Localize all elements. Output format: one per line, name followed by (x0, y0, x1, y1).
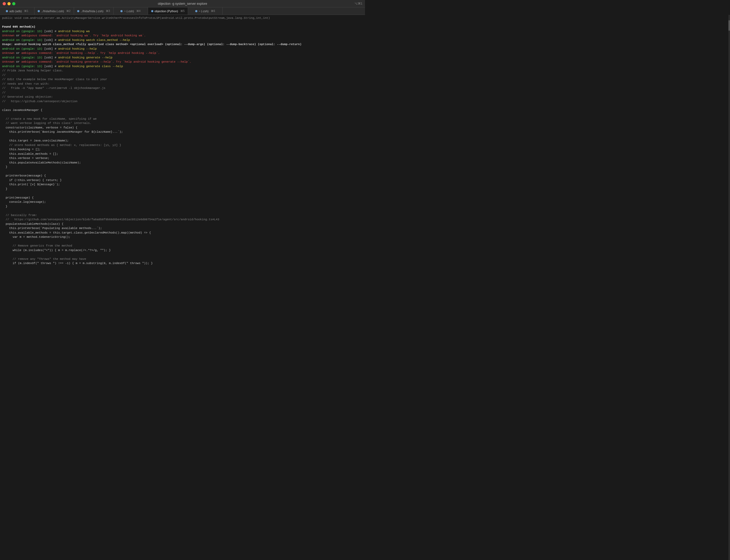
code-comment-3: // Edit the example below the HookManage… (2, 77, 363, 82)
title-bar: objection -g system_server explore ⌥⌘1 (0, 0, 365, 7)
code-blank-6 (2, 209, 363, 213)
tab-shortcut-4: ⌘4 (136, 10, 141, 12)
code-populate-2: this.printVerbose(`Populating available … (2, 226, 363, 231)
code-blank-5 (2, 191, 363, 196)
code-populate-1: populateAvailableMethods(clazz) { (2, 222, 363, 226)
code-comment-2: // (2, 73, 363, 77)
code-comment-14: // Remove generics from the method (2, 244, 363, 248)
code-printverbose-close: } (2, 187, 363, 191)
path-line: public void com.android.server.am.Activi… (2, 16, 363, 20)
window-title: objection -g system_server explore (158, 2, 207, 6)
code-print-2: console.log(message); (2, 200, 363, 204)
error-line-3: Unknown or ambiguous command: `android h… (2, 60, 363, 64)
code-blank-2 (2, 112, 363, 117)
tab-label-4: ~ (-zsh) (124, 10, 134, 13)
code-comment-15: // remove any "Throws" the method may ha… (2, 257, 363, 261)
code-blank-8 (2, 252, 363, 257)
tab-dot-1 (6, 10, 8, 12)
maximize-button[interactable] (12, 2, 15, 5)
cmd-line-4: android on (google: 13) [usb] # android … (2, 55, 363, 60)
tab-shortcut-3: ⌘3 (106, 10, 110, 12)
tab-label-6: ~ (-zsh) (199, 10, 209, 13)
code-comment-4: // needs and then run with: (2, 82, 363, 86)
code-constructor-close: } (2, 165, 363, 169)
code-blank-7 (2, 239, 363, 244)
code-blank-4 (2, 169, 363, 174)
close-button[interactable] (3, 2, 6, 5)
code-comment-9: // create a new Hook for clazzName, spec… (2, 117, 363, 121)
tab-label-2: ../frida/frida (-zsh) (41, 10, 64, 13)
code-constructor-1: constructor(clazzName, verbose = false) … (2, 126, 363, 130)
traffic-lights (3, 2, 15, 5)
code-printverbose-1: printVerbose(message) { (2, 174, 363, 178)
tab-label-3: ../frida/frida (-zsh) (81, 10, 103, 13)
tab-dot-6 (195, 10, 197, 12)
code-constructor-3: this.target = Java.use(clazzName); (2, 139, 363, 143)
code-comment-12: // basically from: (2, 213, 363, 218)
tab-dot-4 (120, 10, 123, 12)
tab-frida-2[interactable]: ../frida/frida (-zsh) ⌘3 (74, 7, 114, 15)
code-blank-3 (2, 134, 363, 139)
keyboard-hint: ⌥⌘1 (355, 2, 363, 5)
code-populate-3: this.available_methods = this.target.cla… (2, 231, 363, 235)
code-class-decl: class JavaHookManager { (2, 108, 363, 113)
tab-dot-2 (38, 10, 40, 12)
tab-shortcut-1: ⌘1 (24, 10, 28, 12)
code-constructor-6: this.verbose = verbose; (2, 156, 363, 161)
minimize-button[interactable] (7, 2, 11, 5)
code-populate-4: var m = method.toGenericString(); (2, 235, 363, 239)
error-line-1: Unknown or ambiguous command: `android h… (2, 33, 363, 38)
code-print-close: } (2, 204, 363, 209)
tab-label-5: objection (Python) (155, 10, 178, 13)
cmd-line-1: android on (google: 13) [usb] # android … (2, 29, 363, 34)
blank-1 (2, 20, 363, 25)
code-constructor-2: this.printVerbose(`Booting JavaHookManag… (2, 130, 363, 134)
code-comment-1: // Frida Java hooking helper class. (2, 68, 363, 73)
tab-objection[interactable]: objection (Python) ⌘5 (148, 7, 188, 15)
code-constructor-4: this.hooking = []; (2, 147, 363, 152)
tab-shortcut-5: ⌘5 (180, 10, 185, 12)
terminal-content[interactable]: public void com.android.server.am.Activi… (0, 15, 365, 280)
usage-line: Usage: android hooking watch class_metho… (2, 42, 363, 47)
code-comment-6: // (2, 91, 363, 95)
found-methods: Found 605 method(s) (2, 25, 363, 29)
code-if-1: if (m.indexOf(" throws ") !== -1) { m = … (2, 261, 363, 266)
code-comment-8: // https://github.com/sensepost/objectio… (2, 99, 363, 104)
code-comment-10: // want verbose logging of this class' i… (2, 121, 363, 126)
tab-dot-5 (151, 10, 153, 12)
code-comment-5: // frida -U "App Name" --runtime=v8 -l o… (2, 86, 363, 91)
cmd-line-3: android on (google: 13) [usb] # android … (2, 47, 363, 51)
code-printverbose-2: if (!this.verbose) { return; } (2, 178, 363, 183)
code-comment-7: // Generated using objection: (2, 95, 363, 99)
tab-zsh-2[interactable]: ~ (-zsh) ⌘6 (188, 7, 223, 15)
code-constructor-5: this.available_methods = []; (2, 152, 363, 156)
tab-label-1: adb (adb) (9, 10, 22, 13)
code-blank-1 (2, 104, 363, 108)
tab-shortcut-2: ⌘2 (66, 10, 71, 12)
code-comment-11: // store hooked methods as { method: x, … (2, 143, 363, 148)
tab-zsh-1[interactable]: ~ (-zsh) ⌘4 (114, 7, 148, 15)
tab-shortcut-6: ⌘6 (211, 10, 215, 12)
code-constructor-7: this.populateAvailableMethods(clazzName)… (2, 161, 363, 165)
error-line-2: Unknown or ambiguous command: `android h… (2, 51, 363, 55)
tabs-row: adb (adb) ⌘1 ../frida/frida (-zsh) ⌘2 ..… (0, 7, 365, 15)
code-comment-13: // https://github.com/sensepost/objectio… (2, 217, 363, 222)
cmd-line-2: android on (google: 13) [usb] # android … (2, 38, 363, 42)
code-while-1: while (m.includes("<")) { m = m.replace(… (2, 248, 363, 253)
code-print-1: print(message) { (2, 196, 363, 200)
tab-adb[interactable]: adb (adb) ⌘1 (0, 7, 34, 15)
cmd-line-5: android on (google: 13) [usb] # android … (2, 64, 363, 69)
code-printverbose-3: this.print(`[v] ${message}`); (2, 182, 363, 187)
tab-frida-1[interactable]: ../frida/frida (-zsh) ⌘2 (34, 7, 74, 15)
tab-dot-3 (77, 10, 79, 12)
